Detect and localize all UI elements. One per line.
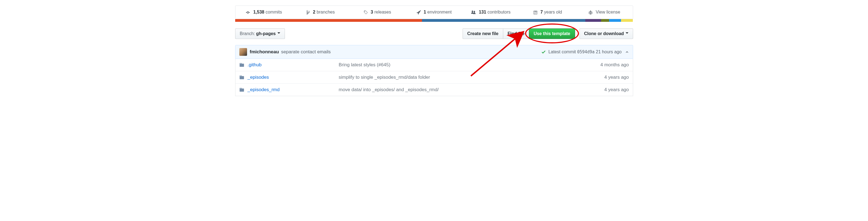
file-age: 4 years ago xyxy=(579,87,629,93)
latest-commit-bar: fmichonneau separate contact emails Late… xyxy=(235,45,633,59)
create-new-file-button[interactable]: Create new file xyxy=(463,28,503,39)
file-name[interactable]: _episodes_rmd xyxy=(248,87,339,93)
people-icon xyxy=(471,10,476,14)
commits-icon xyxy=(245,10,250,14)
folder-icon xyxy=(239,75,244,80)
commit-message[interactable]: separate contact emails xyxy=(281,49,331,55)
age-link[interactable]: 7 years old xyxy=(519,6,576,19)
avatar[interactable] xyxy=(239,48,247,56)
tag-icon xyxy=(363,10,368,14)
law-icon xyxy=(588,10,593,14)
table-row: _episodessimplify to single _episodes_rm… xyxy=(236,71,633,84)
caret-down-icon xyxy=(626,32,628,35)
environment-link[interactable]: 1 environment xyxy=(406,6,462,19)
commits-link[interactable]: 1,538 commits xyxy=(236,6,292,19)
file-commit-msg[interactable]: Bring latest styles (#645) xyxy=(339,62,579,68)
chevron-up-icon[interactable] xyxy=(625,50,629,54)
file-name[interactable]: .github xyxy=(248,62,339,68)
repo-stats-bar: 1,538 commits 2 branches 3 releases 1 en… xyxy=(235,5,633,19)
branch-prefix: Branch: xyxy=(240,31,255,36)
branch-icon xyxy=(306,10,310,15)
find-file-button[interactable]: Find file xyxy=(503,28,529,39)
folder-icon xyxy=(239,87,244,92)
file-commit-msg[interactable]: move data/ into _episodes/ and _episodes… xyxy=(339,87,579,93)
file-name[interactable]: _episodes xyxy=(248,74,339,80)
releases-link[interactable]: 3 releases xyxy=(349,6,405,19)
file-age: 4 months ago xyxy=(579,62,629,68)
branches-link[interactable]: 2 branches xyxy=(292,6,349,19)
branch-name: gh-pages xyxy=(256,31,276,36)
file-list: .githubBring latest styles (#645)4 month… xyxy=(235,59,633,96)
check-icon[interactable] xyxy=(541,50,546,55)
commit-sha[interactable]: 0594d9a xyxy=(577,50,594,55)
contributors-link[interactable]: 131 contributors xyxy=(462,6,519,19)
use-template-button[interactable]: Use this template xyxy=(529,28,575,39)
caret-down-icon xyxy=(277,32,280,35)
table-row: _episodes_rmdmove data/ into _episodes/ … xyxy=(236,84,633,96)
table-row: .githubBring latest styles (#645)4 month… xyxy=(236,59,633,71)
file-commit-msg[interactable]: simplify to single _episodes_rmd/data fo… xyxy=(339,74,579,80)
branch-select-button[interactable]: Branch: gh-pages xyxy=(235,28,285,39)
commit-time: 21 hours ago xyxy=(596,50,621,55)
file-age: 4 years ago xyxy=(579,74,629,80)
clone-download-button[interactable]: Clone or download xyxy=(580,28,633,39)
commit-author[interactable]: fmichonneau xyxy=(250,49,279,55)
rocket-icon xyxy=(416,10,421,14)
calendar-icon xyxy=(533,10,537,14)
language-bar[interactable] xyxy=(235,19,633,22)
license-link[interactable]: View license xyxy=(576,6,632,19)
folder-icon xyxy=(239,62,244,67)
latest-commit-label: Latest commit xyxy=(548,50,576,55)
